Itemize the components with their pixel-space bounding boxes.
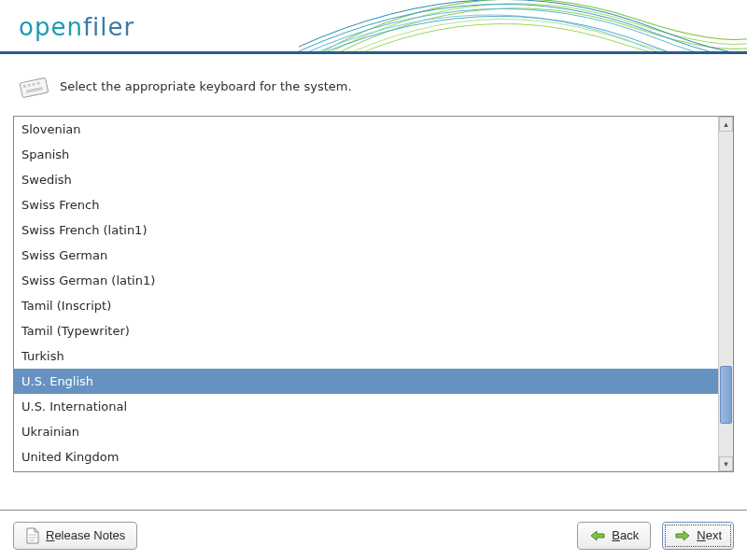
list-item[interactable]: Slovenian [14, 117, 718, 142]
keyboard-listbox[interactable]: SlovenianSpanishSwedishSwiss FrenchSwiss… [14, 117, 718, 471]
svg-rect-4 [36, 82, 40, 86]
list-item[interactable]: Swiss German [14, 243, 718, 268]
release-notes-button[interactable]: Release Notes [13, 522, 137, 550]
list-item[interactable]: U.S. International [14, 394, 718, 419]
scroll-down-button[interactable]: ▾ [719, 456, 733, 471]
list-item[interactable]: Swiss German (latin1) [14, 268, 718, 293]
list-item[interactable]: Ukrainian [14, 419, 718, 444]
logo-open: open [19, 13, 83, 41]
scroll-track[interactable] [719, 132, 733, 456]
list-item[interactable]: Spanish [14, 142, 718, 167]
svg-rect-3 [32, 83, 35, 87]
next-label: Next [697, 528, 722, 542]
scrollbar[interactable]: ▴ ▾ [718, 117, 733, 471]
instruction-text: Select the appropriate keyboard for the … [60, 79, 352, 93]
list-item[interactable]: Swedish [14, 167, 718, 192]
instruction-row: Select the appropriate keyboard for the … [17, 73, 734, 99]
list-item[interactable]: Turkish [14, 343, 718, 369]
main-content: Select the appropriate keyboard for the … [0, 54, 747, 510]
keyboard-listbox-container: SlovenianSpanishSwedishSwiss FrenchSwiss… [13, 116, 734, 472]
scroll-up-button[interactable]: ▴ [719, 117, 733, 132]
logo: openfiler [19, 13, 134, 41]
list-item[interactable]: U.S. English [14, 369, 718, 394]
release-notes-label: Release Notes [46, 528, 125, 542]
back-button[interactable]: Back [577, 522, 651, 550]
list-item[interactable]: United Kingdom [14, 444, 718, 469]
arrow-left-icon [589, 529, 606, 542]
header-swirl-decoration [299, 0, 747, 54]
back-label: Back [612, 528, 639, 542]
arrow-right-icon [674, 529, 691, 542]
svg-rect-1 [23, 85, 27, 89]
logo-filer: filer [83, 13, 134, 41]
keyboard-icon [17, 73, 50, 99]
svg-rect-2 [28, 84, 32, 88]
document-icon [25, 527, 40, 544]
list-item[interactable]: Swiss French (latin1) [14, 217, 718, 243]
list-item[interactable]: Swiss French [14, 192, 718, 217]
header-banner: openfiler [0, 0, 747, 54]
list-item[interactable]: Tamil (Typewriter) [14, 318, 718, 343]
bottom-toolbar: Release Notes Back Next [0, 510, 747, 560]
scroll-thumb[interactable] [720, 366, 732, 425]
next-button[interactable]: Next [662, 522, 734, 550]
list-item[interactable]: Tamil (Inscript) [14, 293, 718, 318]
